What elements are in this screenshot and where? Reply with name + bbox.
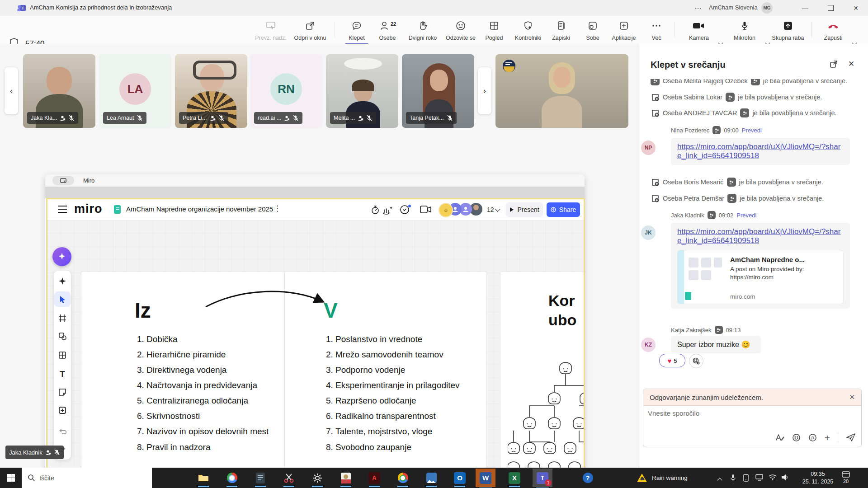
taskbar-help[interactable]: ? bbox=[579, 470, 597, 485]
facilitation-tools-icon[interactable] bbox=[371, 205, 393, 215]
filmstrip-next-button[interactable]: › bbox=[478, 67, 491, 114]
message-link[interactable]: https://miro.com/app/board/uXjVJliovMQ=/… bbox=[677, 227, 840, 245]
maximize-button[interactable] bbox=[820, 0, 841, 16]
board-title[interactable]: AmCham Napredne organizacije november 20… bbox=[126, 205, 273, 213]
share-button[interactable]: Share bbox=[547, 202, 580, 217]
miro-video-icon[interactable] bbox=[420, 205, 432, 214]
reaction-pill[interactable]: ♥ 5 bbox=[659, 354, 685, 367]
miro-board-canvas[interactable]: T Iz Dobička Hierarhične piramide Direkt… bbox=[47, 220, 584, 488]
message-link[interactable]: https://miro.com/app/board/uXjVJliovMQ=/… bbox=[677, 142, 840, 160]
notification-count: 20 bbox=[843, 479, 849, 484]
taskbar-chrome-profile2[interactable] bbox=[394, 470, 412, 485]
taskbar-search[interactable]: Iščite bbox=[22, 468, 152, 488]
toolbar-popout[interactable]: Odpri v oknu bbox=[292, 18, 328, 43]
taskbar-file-explorer[interactable] bbox=[194, 470, 212, 485]
person-status-icon bbox=[358, 115, 363, 121]
collaborators-chevron[interactable] bbox=[495, 206, 500, 211]
sparkle-tool-icon[interactable] bbox=[54, 273, 71, 289]
start-button[interactable] bbox=[2, 470, 20, 485]
toolbar-leave[interactable]: Zapusti bbox=[816, 18, 850, 43]
toolbar-more[interactable]: Več bbox=[641, 18, 672, 43]
tray-display-icon[interactable] bbox=[755, 474, 763, 481]
video-tile[interactable]: LA Lea Arnaut bbox=[99, 54, 171, 128]
attach-plus-icon[interactable]: + bbox=[825, 433, 830, 442]
toolbar-raise-hand[interactable]: Dvigni roko bbox=[406, 18, 440, 43]
tray-volume-icon[interactable] bbox=[781, 474, 789, 481]
chat-popout-icon[interactable] bbox=[829, 60, 838, 69]
undo-icon[interactable] bbox=[54, 424, 71, 440]
format-icon[interactable] bbox=[776, 433, 784, 441]
sticky-note-tool-icon[interactable] bbox=[54, 385, 71, 400]
taskbar-photos[interactable] bbox=[422, 470, 440, 485]
toolbar-rooms[interactable]: Sobe bbox=[578, 18, 608, 43]
window-tab-pill[interactable] bbox=[52, 176, 74, 185]
taskbar-weather[interactable]: Rain warning bbox=[637, 468, 688, 488]
toolbar-camera[interactable]: Kamera bbox=[681, 18, 717, 43]
loop-component-icon[interactable]: p bbox=[808, 433, 817, 442]
chat-message-list[interactable]: Oseba Melita Rajgelj Ozebek je bila pova… bbox=[639, 79, 868, 387]
toolbar-controls[interactable]: Kontrolniki bbox=[510, 18, 546, 43]
present-button[interactable]: Present bbox=[506, 202, 543, 217]
taskbar-excel[interactable]: X bbox=[505, 470, 524, 485]
minimize-button[interactable]: — bbox=[795, 0, 816, 16]
tray-expand-chevron[interactable] bbox=[718, 476, 722, 484]
video-tile[interactable]: Petra Li... bbox=[175, 54, 247, 128]
notification-center[interactable]: 20 bbox=[842, 471, 850, 484]
toolbar-apps[interactable]: Aplikacije bbox=[608, 18, 640, 43]
video-tile[interactable]: Tanja Petak... bbox=[402, 54, 474, 128]
tray-wifi-icon[interactable] bbox=[769, 474, 777, 480]
board-menu-kebab[interactable]: ⋮ bbox=[274, 204, 281, 213]
translate-link[interactable]: Prevedi bbox=[736, 212, 756, 219]
text-tool-icon[interactable]: T bbox=[54, 366, 71, 382]
frame-tool-icon[interactable] bbox=[54, 310, 71, 326]
video-tile[interactable]: Jaka Kla... bbox=[23, 54, 95, 128]
video-tile[interactable]: RN read.ai ... bbox=[250, 54, 322, 128]
select-tool-icon[interactable] bbox=[54, 291, 71, 307]
compose-box: Odgovarjanje zunanjim udeležencem. ✕ p + bbox=[643, 389, 862, 447]
spotlight-video-tile[interactable] bbox=[495, 54, 628, 128]
taskbar-snipping-tool[interactable] bbox=[280, 470, 298, 485]
taskbar-paint-app[interactable] bbox=[337, 470, 355, 485]
collaborator-avatar[interactable]: ☺ bbox=[439, 203, 453, 217]
video-tile[interactable]: Melita ... bbox=[326, 54, 398, 128]
toolbar-people[interactable]: 22 Osebe bbox=[371, 18, 404, 43]
toolbar-view[interactable]: Pogled bbox=[478, 18, 510, 43]
toolbar-microphone[interactable]: Mikrofon bbox=[724, 18, 765, 43]
taskbar-teams[interactable]: T 1 bbox=[533, 469, 552, 487]
message-input[interactable] bbox=[647, 409, 821, 418]
collaborator-count[interactable]: 12 bbox=[487, 206, 494, 213]
toolbar-chat[interactable]: Klepet bbox=[339, 18, 375, 43]
taskbar-word-active[interactable]: W bbox=[476, 469, 495, 487]
invitee-name: Oseba Petra Demšar bbox=[663, 195, 724, 202]
ai-assist-button[interactable] bbox=[52, 247, 71, 266]
taskbar-chrome[interactable] bbox=[223, 470, 241, 485]
toolbar-react[interactable]: Odzovite se bbox=[443, 18, 478, 43]
miro-chat-icon[interactable] bbox=[400, 204, 411, 215]
tray-mic-icon[interactable] bbox=[730, 474, 736, 482]
banner-close-icon[interactable]: ✕ bbox=[849, 393, 855, 401]
table-tool-icon[interactable] bbox=[54, 347, 71, 363]
taskbar-clock[interactable]: 09:35 25. 11. 2025 bbox=[797, 470, 839, 486]
emoji-icon[interactable] bbox=[792, 433, 801, 442]
stickers-tool-icon[interactable] bbox=[54, 328, 71, 344]
taskbar-outlook[interactable]: O bbox=[451, 470, 469, 485]
link-preview-card[interactable]: AmCham Napredne o... A post on Miro prov… bbox=[677, 250, 844, 304]
account-avatar[interactable]: MG bbox=[761, 2, 773, 14]
taskbar-acrobat[interactable]: A bbox=[365, 470, 383, 485]
miro-logo[interactable]: miro bbox=[74, 202, 103, 216]
hamburger-icon[interactable] bbox=[57, 205, 67, 213]
slide-hierarchy[interactable]: Kor ubo Pre bbox=[500, 272, 585, 488]
taskbar-settings[interactable] bbox=[308, 470, 326, 485]
taskbar-notepad[interactable] bbox=[251, 470, 269, 485]
send-icon[interactable] bbox=[846, 433, 856, 442]
translate-link[interactable]: Prevedi bbox=[742, 127, 762, 134]
tray-phone-icon[interactable] bbox=[743, 474, 749, 482]
titlebar-more-icon[interactable]: … bbox=[694, 3, 702, 11]
toolbar-share[interactable]: Skupna raba bbox=[769, 18, 807, 43]
close-button[interactable]: ✕ bbox=[845, 0, 866, 16]
chat-close-icon[interactable]: ✕ bbox=[848, 59, 854, 69]
add-reaction-button[interactable] bbox=[689, 354, 703, 368]
filmstrip-prev-button[interactable]: ‹ bbox=[5, 67, 18, 114]
toolbar-notes[interactable]: Zapiski bbox=[545, 18, 577, 43]
add-tool-icon[interactable] bbox=[54, 403, 71, 418]
